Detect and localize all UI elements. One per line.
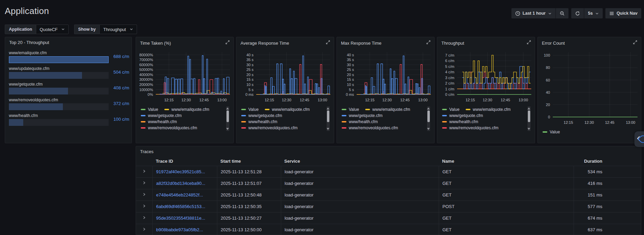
legend-item[interactable]: www/removeoldquotes.cfm	[442, 126, 498, 130]
bar-gauge-row: www/removeoldquotes.cfm372 c/m	[9, 98, 132, 110]
dashboard: Application Last 1 hour 5s Quick Nav	[0, 0, 644, 235]
legend-item[interactable]: www/removeoldquotes.cfm	[241, 126, 298, 130]
legend-item[interactable]: www/health.cfm	[141, 119, 177, 124]
legend-item[interactable]: Value	[442, 107, 460, 112]
chart-canvas[interactable]	[553, 51, 638, 120]
scroll-thumb[interactable]	[327, 111, 329, 122]
legend-item[interactable]: www/health.cfm	[241, 119, 277, 124]
panel-title[interactable]: Average Response Time	[241, 41, 289, 46]
legend-item[interactable]: www/health.cfm	[442, 119, 478, 124]
trace-id-link[interactable]: b908babde973a05fb2...	[156, 227, 203, 232]
trace-id-link[interactable]: e748e4546eb224852f...	[156, 192, 203, 197]
legend-item[interactable]: www/getquote.cfm	[342, 113, 383, 118]
legend-item[interactable]: Value	[543, 130, 560, 134]
table-header-cell	[136, 156, 152, 166]
legend-item[interactable]: www/removeoldquotes.cfm	[342, 126, 398, 130]
zoom-out-button[interactable]	[556, 8, 568, 18]
table-header-name[interactable]: Name	[439, 156, 574, 166]
trace-id-link[interactable]: 95de35023554f38811e...	[156, 216, 205, 221]
legend-item[interactable]: www/emailquote.cfm	[265, 107, 310, 112]
scroll-up-icon[interactable]	[427, 107, 430, 109]
expand-panel-icon[interactable]	[326, 40, 330, 46]
scroll-up-icon[interactable]	[327, 107, 329, 109]
row-expander[interactable]	[136, 166, 152, 177]
scroll-down-icon[interactable]	[327, 128, 329, 130]
table-header-duration[interactable]: Duration	[574, 156, 606, 166]
panel-title[interactable]: Time Taken (%)	[140, 41, 171, 46]
name-cell: GET	[439, 166, 574, 177]
scroll-down-icon[interactable]	[226, 128, 229, 130]
legend-scrollbar[interactable]	[427, 106, 430, 131]
legend-item[interactable]: www/emailquote.cfm	[164, 107, 209, 112]
row-expander[interactable]	[136, 189, 152, 201]
application-filter-select[interactable]: QuoteCF	[36, 25, 69, 34]
legend-item[interactable]: www/getquote.cfm	[442, 113, 483, 118]
legend-item[interactable]: www/removeoldquotes.cfm	[141, 126, 197, 130]
bar-gauge-track	[9, 119, 109, 126]
legend-scrollbar[interactable]	[327, 106, 330, 131]
expand-panel-icon[interactable]	[225, 40, 230, 46]
scroll-up-icon[interactable]	[527, 107, 530, 109]
service-cell: load-generator	[281, 224, 439, 235]
legend-item[interactable]: www/getquote.cfm	[241, 113, 282, 118]
legend-item[interactable]: www/health.cfm	[342, 119, 378, 124]
legend-item[interactable]: Value	[241, 107, 259, 112]
scroll-down-icon[interactable]	[427, 128, 430, 130]
panel-title[interactable]: Top 20 - Throughput	[9, 40, 49, 45]
panel-title[interactable]: Max Response Time	[341, 41, 382, 46]
legend-item[interactable]: Value	[141, 107, 158, 112]
legend-swatch	[342, 121, 346, 122]
scroll-thumb[interactable]	[427, 111, 430, 122]
scroll-down-icon[interactable]	[527, 128, 530, 130]
legend-item[interactable]: www/emailquote.cfm	[466, 107, 511, 112]
quick-nav-button[interactable]: Quick Nav	[605, 8, 641, 18]
y-axis-tick-label: 2 c/m	[437, 81, 454, 85]
expand-panel-icon[interactable]	[426, 40, 431, 46]
legend-scrollbar[interactable]	[226, 106, 229, 131]
row-expander[interactable]	[136, 224, 152, 235]
y-axis-tick-label: 20 s	[337, 73, 354, 77]
legend-label: www/getquote.cfm	[248, 113, 282, 118]
series-line-www/getquote.cfm	[360, 56, 430, 94]
row-expander[interactable]	[136, 177, 152, 189]
scroll-thumb[interactable]	[227, 111, 229, 122]
refresh-button[interactable]	[571, 8, 584, 18]
panel-title[interactable]: Traces	[140, 149, 153, 154]
application-filter: Application QuoteCF	[5, 25, 69, 34]
time-range-label: Last 1 hour	[523, 11, 546, 16]
x-axis-tick-label: 12:15	[164, 98, 174, 102]
time-range-button[interactable]: Last 1 hour	[511, 8, 556, 18]
legend-item[interactable]: www/getquote.cfm	[141, 113, 182, 118]
panel-title[interactable]: Throughput	[441, 41, 464, 46]
scroll-up-icon[interactable]	[226, 107, 229, 109]
table-header-trace-id[interactable]: Trace ID	[152, 156, 217, 166]
trace-id-link[interactable]: 91972af40ec39521c85...	[156, 169, 205, 174]
expand-panel-icon[interactable]	[633, 40, 638, 46]
legend-item[interactable]: www/emailquote.cfm	[365, 107, 410, 112]
side-panel-handle[interactable]	[634, 131, 644, 147]
trace-id-link[interactable]: a82f32d0bd134ceba90...	[156, 181, 205, 186]
show-by-filter-select[interactable]: Throughput	[99, 25, 137, 34]
row-expander[interactable]	[136, 201, 152, 212]
chart-canvas[interactable]	[357, 51, 431, 98]
legend-swatch	[342, 109, 346, 110]
chevron-right-icon	[142, 192, 146, 197]
legend-scrollbar[interactable]	[527, 106, 531, 131]
table-header-service[interactable]: Service	[281, 156, 439, 166]
chart-canvas[interactable]	[256, 51, 330, 98]
trace-id-cell: a82f32d0bd134ceba90...	[152, 177, 217, 189]
panel-title[interactable]: Error Count	[542, 41, 565, 46]
chart-canvas[interactable]	[156, 51, 230, 98]
row-expander[interactable]	[136, 212, 152, 224]
trace-id-link[interactable]: 6abd69df465856c5153...	[156, 204, 205, 209]
scroll-thumb[interactable]	[528, 111, 530, 122]
legend-item[interactable]: Value	[342, 107, 359, 112]
series-line-www/getquote.cfm	[260, 56, 330, 94]
chart-canvas[interactable]	[457, 51, 531, 98]
chart-panel-average-response-time: Average Response Time0 ms5 s10 s15 s20 s…	[236, 37, 334, 143]
table-header-start-time[interactable]: Start time	[217, 156, 281, 166]
x-axis-tick-label: 12:45	[605, 120, 615, 124]
trace-id-cell: 91972af40ec39521c85...	[152, 166, 217, 177]
refresh-interval-button[interactable]: 5s	[584, 8, 603, 18]
expand-panel-icon[interactable]	[526, 40, 531, 46]
